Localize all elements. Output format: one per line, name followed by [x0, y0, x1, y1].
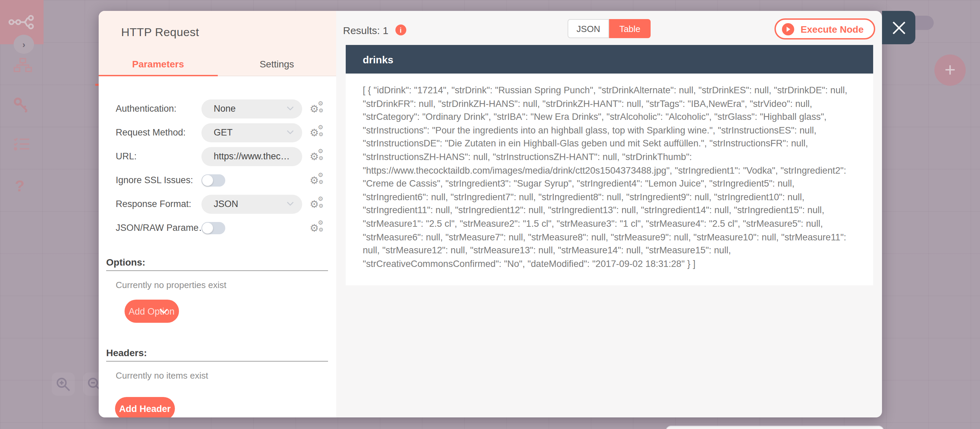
- response-format-select[interactable]: JSON: [202, 195, 302, 214]
- zoom-in-button[interactable]: [52, 373, 75, 396]
- add-node-button[interactable]: +: [934, 54, 966, 86]
- authentication-select[interactable]: None: [202, 99, 302, 118]
- node-settings-panel: HTTP Request Parameters Settings Authent…: [99, 11, 336, 418]
- close-icon: [890, 19, 907, 37]
- n8n-nodes-logo-icon: [8, 13, 35, 31]
- n8n-node-detail-view: ›: [0, 0, 980, 429]
- field-label: URL:: [116, 151, 202, 161]
- output-view-switch: JSON Table: [568, 19, 651, 38]
- toggle-knob: [202, 222, 213, 233]
- add-option-button[interactable]: Add Option: [124, 300, 179, 323]
- checklist-icon: [14, 137, 30, 151]
- info-icon[interactable]: i: [395, 24, 406, 35]
- headers-empty-text: Currently no items exist: [106, 370, 328, 381]
- input-value: https://www.thec…: [214, 151, 294, 161]
- section-divider: [106, 270, 328, 271]
- http-request-modal: HTTP Request Parameters Settings Authent…: [99, 11, 882, 418]
- add-header-button[interactable]: Add Header: [115, 397, 175, 418]
- url-input[interactable]: https://www.thec…: [202, 147, 302, 166]
- gear-icon[interactable]: ⚙⚙⚙: [310, 175, 326, 185]
- chevron-down-icon: [159, 308, 168, 314]
- tab-table-view[interactable]: Table: [609, 19, 651, 38]
- chevron-down-icon: [286, 106, 294, 111]
- gear-icon[interactable]: ⚙⚙⚙: [310, 104, 326, 114]
- chevron-down-icon: [286, 130, 294, 135]
- plus-icon: +: [945, 59, 956, 81]
- tab-json-view[interactable]: JSON: [568, 19, 609, 38]
- headers-section: Headers: Currently no items exist Add He…: [106, 347, 328, 418]
- settings-tabs: Parameters Settings: [99, 53, 336, 76]
- parameters-form: Authentication: None ⚙⚙⚙ Request Method:…: [99, 76, 336, 418]
- sidebar-item-executions[interactable]: [14, 137, 30, 151]
- close-modal-button[interactable]: [882, 11, 915, 44]
- options-section: Options: Currently no properties exist A…: [106, 257, 328, 323]
- sidebar-item-help[interactable]: ?: [15, 177, 24, 195]
- chevron-right-icon: ›: [22, 39, 25, 49]
- table-cell-json-value: [ { "idDrink": "17214", "strDrink": "Rus…: [346, 73, 873, 285]
- gear-icon[interactable]: ⚙⚙⚙: [310, 151, 326, 161]
- play-icon: [782, 23, 795, 35]
- sidebar-item-credentials[interactable]: [14, 97, 29, 113]
- help-icon: ?: [15, 177, 24, 195]
- chevron-down-icon: [286, 202, 294, 206]
- field-row-authentication: Authentication: None ⚙⚙⚙: [106, 97, 328, 121]
- headers-heading: Headers:: [106, 347, 328, 358]
- field-label: JSON/RAW Parame…: [116, 223, 202, 233]
- gear-icon[interactable]: ⚙⚙⚙: [310, 223, 326, 233]
- options-heading: Options:: [106, 257, 328, 268]
- results-table: drinks [ { "idDrink": "17214", "strDrink…: [346, 45, 873, 285]
- select-value: None: [214, 104, 286, 114]
- zoom-in-icon: [56, 376, 71, 392]
- section-divider: [106, 361, 328, 362]
- field-label: Ignore SSL Issues:: [116, 175, 202, 185]
- gear-icon[interactable]: ⚙⚙⚙: [310, 128, 326, 137]
- field-row-response-format: Response Format: JSON ⚙⚙⚙: [106, 192, 328, 216]
- select-value: GET: [214, 128, 286, 137]
- field-row-request-method: Request Method: GET ⚙⚙⚙: [106, 121, 328, 144]
- results-panel: Results: 1 i JSON Table Execute Node dri…: [336, 11, 882, 418]
- field-label: Authentication:: [116, 104, 202, 114]
- node-settings-header: HTTP Request Parameters Settings: [99, 11, 336, 76]
- field-row-ignore-ssl: Ignore SSL Issues: ⚙⚙⚙: [106, 168, 328, 192]
- background-panel-edge: [666, 426, 884, 429]
- json-raw-toggle[interactable]: [202, 222, 225, 234]
- execute-node-button[interactable]: Execute Node: [775, 18, 875, 40]
- field-row-json-raw-parameters: JSON/RAW Parame… ⚙⚙⚙: [106, 216, 328, 240]
- results-header: Results: 1 i JSON Table Execute Node: [336, 11, 882, 41]
- request-method-select[interactable]: GET: [202, 123, 302, 142]
- key-icon: [14, 97, 29, 113]
- sidebar-collapse-button[interactable]: ›: [14, 35, 34, 54]
- field-label: Response Format:: [116, 199, 202, 209]
- sitemap-icon: [14, 58, 32, 72]
- field-label: Request Method:: [116, 128, 202, 137]
- tab-parameters[interactable]: Parameters: [99, 53, 218, 76]
- node-title: HTTP Request: [121, 26, 199, 40]
- select-value: JSON: [214, 199, 286, 209]
- gear-icon[interactable]: ⚙⚙⚙: [310, 199, 326, 209]
- table-column-header: drinks: [346, 45, 873, 73]
- results-count-label: Results: 1: [343, 24, 388, 36]
- tab-settings[interactable]: Settings: [218, 53, 336, 76]
- toggle-knob: [202, 175, 213, 185]
- field-row-url: URL: https://www.thec… ⚙⚙⚙: [106, 144, 328, 168]
- options-empty-text: Currently no properties exist: [106, 280, 328, 290]
- ignore-ssl-toggle[interactable]: [202, 174, 225, 186]
- sidebar-item-workflows[interactable]: [14, 58, 32, 72]
